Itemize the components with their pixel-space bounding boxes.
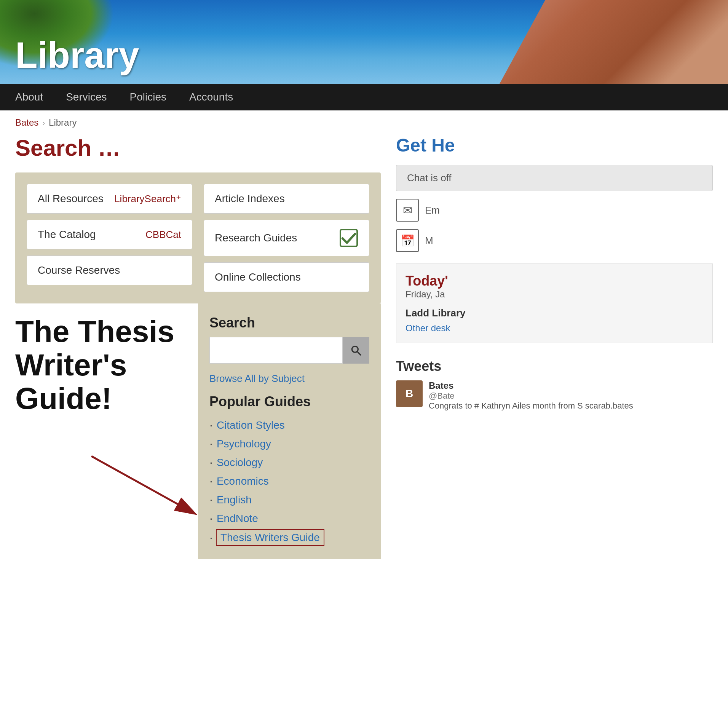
list-item: Psychology (209, 434, 369, 453)
search-option-article-indexes[interactable]: Article Indexes (204, 184, 369, 214)
popular-guides-heading: Popular Guides (209, 394, 369, 410)
site-title: Library (15, 34, 139, 76)
today-heading: Today' (406, 273, 703, 289)
browse-all-link[interactable]: Browse All by Subject (209, 373, 369, 385)
email-label: Em (425, 204, 440, 216)
list-item: English (209, 490, 369, 509)
search-option-course-reserves[interactable]: Course Reserves (27, 255, 192, 285)
calendar-label: M (425, 235, 433, 247)
building-decoration (500, 0, 728, 84)
article-indexes-label: Article Indexes (215, 193, 285, 205)
nav-services[interactable]: Services (66, 88, 107, 106)
other-desks: Other desk (406, 323, 703, 334)
search-option-catalog[interactable]: The Catalog CBBCat (27, 220, 192, 249)
tweets-section: Tweets B Bates @Bate Congrats to # Kathr… (396, 354, 713, 411)
today-date: Friday, Ja (406, 289, 703, 300)
guide-citation-styles[interactable]: Citation Styles (217, 419, 285, 431)
breadcrumb-separator: › (42, 118, 45, 127)
guide-list: Citation Styles Psychology Sociology Eco… (209, 416, 369, 548)
location-name: Ladd Library (406, 307, 703, 319)
search-button[interactable] (343, 337, 369, 364)
guide-psychology[interactable]: Psychology (217, 438, 271, 450)
email-row: ✉ Em (396, 199, 713, 222)
guide-thesis-writers[interactable]: Thesis Writers Guide (217, 530, 324, 545)
breadcrumb-bates[interactable]: Bates (15, 117, 38, 128)
nav-accounts[interactable]: Accounts (189, 88, 233, 106)
cbbcat-link[interactable]: CBBCat (145, 229, 181, 241)
research-guides-checkbox (339, 228, 358, 247)
list-item: Economics (209, 472, 369, 490)
list-item: EndNote (209, 509, 369, 528)
search-option-online-collections[interactable]: Online Collections (204, 262, 369, 292)
research-guides-label: Research Guides (215, 232, 297, 244)
all-resources-label: All Resources (38, 193, 104, 205)
list-item: Sociology (209, 453, 369, 472)
guide-endnote[interactable]: EndNote (217, 512, 258, 525)
annotation-text: The Thesis Writer's Guide! (15, 315, 187, 415)
email-icon: ✉ (396, 199, 419, 222)
search-option-research-guides[interactable]: Research Guides (204, 220, 369, 256)
main-content: Search … All Resources LibrarySearch⁺ Th… (0, 135, 728, 559)
search-input[interactable] (209, 337, 343, 364)
chat-button[interactable]: Chat is off (396, 165, 713, 191)
tweet-content: Bates @Bate Congrats to # Kathryn Ailes … (429, 380, 633, 411)
calendar-row: 📅 M (396, 229, 713, 252)
navigation-bar: About Services Policies Accounts (0, 84, 728, 110)
guide-sociology[interactable]: Sociology (217, 457, 263, 469)
page-wrapper: Library About Services Policies Accounts… (0, 0, 728, 559)
annotation-line1: The Thesis (15, 315, 174, 348)
guide-economics[interactable]: Economics (217, 475, 269, 487)
guide-english[interactable]: English (217, 494, 252, 506)
get-help-heading: Get He (396, 135, 713, 156)
annotation-area: The Thesis Writer's Guide! (15, 303, 187, 559)
search-column-right: Article Indexes Research Guides Online C… (204, 184, 369, 292)
course-reserves-label: Course Reserves (38, 264, 120, 276)
nav-about[interactable]: About (15, 88, 43, 106)
search-input-row (209, 337, 369, 364)
search-boxes-container: All Resources LibrarySearch⁺ The Catalog… (15, 172, 381, 303)
svg-line-2 (357, 351, 361, 355)
header-banner: Library (0, 0, 728, 84)
research-guides-panel: Search Browse All by Subject Popular Gui… (198, 303, 381, 559)
tweet-text: Congrats to # Kathryn Ailes month from S… (429, 401, 633, 411)
breadcrumb-current: Library (49, 117, 77, 128)
breadcrumb: Bates › Library (0, 110, 728, 135)
tweet-row: B Bates @Bate Congrats to # Kathryn Aile… (396, 380, 713, 411)
list-item-highlighted: Thesis Writers Guide (209, 528, 369, 548)
tweet-name: Bates (429, 380, 633, 391)
search-option-all-resources[interactable]: All Resources LibrarySearch⁺ (27, 184, 192, 214)
online-collections-label: Online Collections (215, 271, 301, 283)
search-column-left: All Resources LibrarySearch⁺ The Catalog… (27, 184, 192, 292)
today-section: Today' Friday, Ja Ladd Library Other des… (396, 263, 713, 343)
library-search-link[interactable]: LibrarySearch⁺ (114, 193, 181, 205)
tweet-handle: @Bate (429, 391, 633, 401)
tweets-heading: Tweets (396, 358, 713, 374)
list-item: Citation Styles (209, 416, 369, 434)
catalog-label: The Catalog (38, 228, 96, 241)
help-icons: ✉ Em 📅 M (396, 199, 713, 252)
right-sidebar: Get He Chat is off ✉ Em 📅 M Today' Frida… (396, 135, 713, 559)
search-panel-label: Search (209, 315, 369, 331)
search-heading: Search … (15, 135, 381, 161)
tweet-avatar: B (396, 380, 423, 407)
annotation-line2: Writer's Guide! (15, 348, 127, 415)
nav-policies[interactable]: Policies (130, 88, 166, 106)
left-section: Search … All Resources LibrarySearch⁺ Th… (15, 135, 381, 559)
calendar-icon: 📅 (396, 229, 419, 252)
